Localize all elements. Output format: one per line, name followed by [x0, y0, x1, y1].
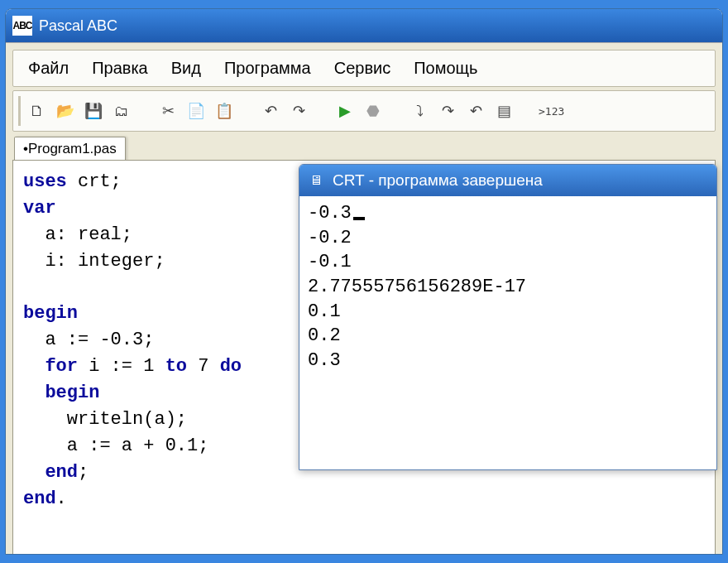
toolbar: 🗋📂💾🗂✂📄📋↶↷▶⬣⤵↷↶▤>123	[18, 96, 710, 126]
numbers-icon[interactable]: >123	[539, 99, 564, 123]
step-over-icon[interactable]: ↷	[436, 99, 459, 123]
crt-output: -0.3-0.2-0.12.77555756156289E-170.10.20.…	[299, 196, 716, 378]
menu-Сервис[interactable]: Сервис	[323, 55, 403, 81]
crt-line: 0.1	[308, 300, 708, 325]
menu-Правка[interactable]: Правка	[80, 55, 160, 81]
crt-line: 0.3	[308, 349, 708, 373]
save-icon[interactable]: 💾	[82, 99, 105, 123]
save-all-icon[interactable]: 🗂	[110, 99, 133, 123]
copy-icon[interactable]: 📄	[184, 99, 208, 123]
stop-icon[interactable]: ⬣	[362, 99, 385, 123]
step-out-icon[interactable]: ↶	[464, 99, 487, 123]
file-tab[interactable]: •Program1.pas	[14, 137, 126, 161]
menu-Помощь[interactable]: Помощь	[402, 55, 489, 81]
app-icon: ABC	[12, 16, 32, 36]
editor-area[interactable]: uses crt;var a: real; i: integer; begin …	[12, 160, 716, 555]
tab-bar: •Program1.pas	[12, 135, 716, 160]
new-file-icon[interactable]: 🗋	[26, 99, 49, 123]
step-into-icon[interactable]: ⤵	[408, 99, 431, 123]
crt-title: CRT - программа завершена	[333, 171, 543, 190]
workspace: ФайлПравкаВидПрограммаСервисПомощь 🗋📂💾🗂✂…	[6, 42, 722, 555]
undo-icon[interactable]: ↶	[259, 99, 282, 123]
paste-icon[interactable]: 📋	[213, 99, 236, 123]
crt-line: -0.1	[308, 250, 708, 275]
open-file-icon[interactable]: 📂	[54, 99, 77, 123]
menu-Вид[interactable]: Вид	[160, 55, 213, 81]
redo-icon[interactable]: ↷	[287, 99, 310, 123]
crt-line: -0.3	[308, 201, 708, 226]
main-window: ABC Pascal ABC ФайлПравкаВидПрограммаСер…	[5, 8, 723, 555]
cut-icon[interactable]: ✂	[156, 99, 180, 123]
menu-Файл[interactable]: Файл	[17, 55, 80, 81]
breakpoint-icon[interactable]: ▤	[492, 99, 515, 123]
app-title: Pascal ABC	[39, 17, 117, 35]
crt-line: 2.77555756156289E-17	[308, 275, 708, 300]
toolbar-panel: 🗋📂💾🗂✂📄📋↶↷▶⬣⤵↷↶▤>123	[12, 90, 716, 132]
run-icon[interactable]: ▶	[333, 99, 357, 123]
text-cursor	[353, 217, 365, 220]
crt-icon: 🖥	[306, 171, 326, 190]
menubar: ФайлПравкаВидПрограммаСервисПомощь	[12, 50, 716, 87]
crt-line: 0.2	[308, 324, 708, 349]
menu-Программа[interactable]: Программа	[213, 55, 323, 81]
crt-titlebar[interactable]: 🖥 CRT - программа завершена	[299, 165, 716, 196]
crt-line: -0.2	[308, 226, 708, 251]
titlebar[interactable]: ABC Pascal ABC	[6, 9, 722, 42]
crt-window[interactable]: 🖥 CRT - программа завершена -0.3-0.2-0.1…	[299, 164, 717, 470]
